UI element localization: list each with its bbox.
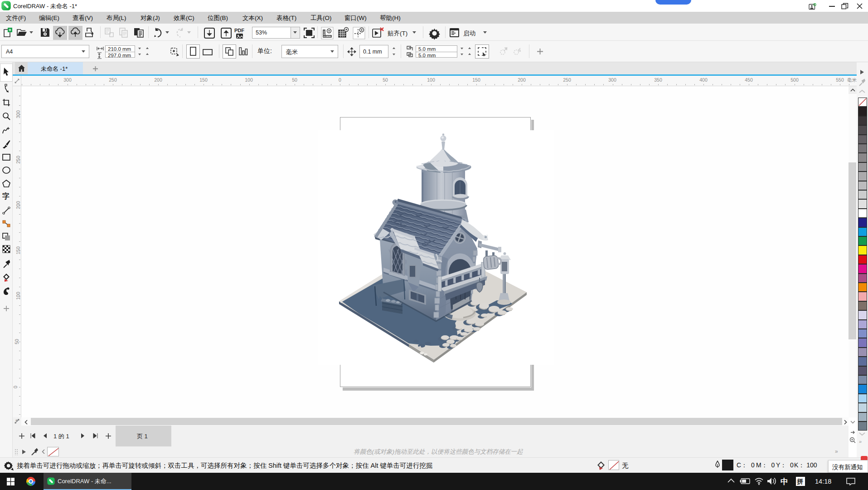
svg-text:米: 米 bbox=[15, 419, 18, 422]
